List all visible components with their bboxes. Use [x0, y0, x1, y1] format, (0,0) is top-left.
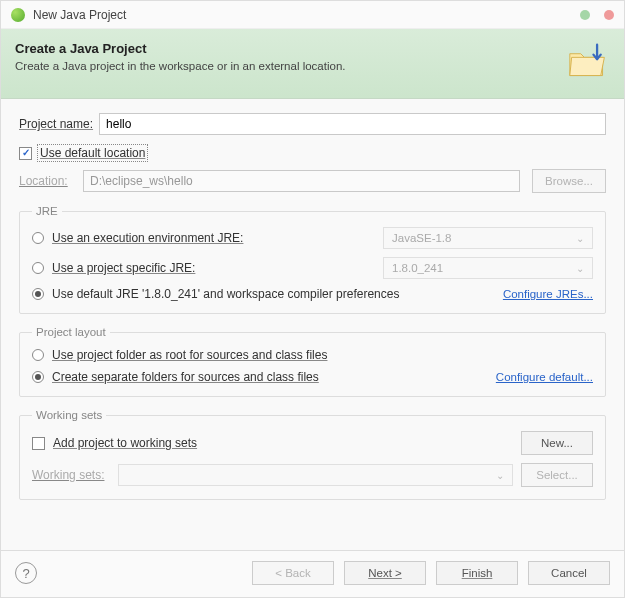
help-icon[interactable]: ?: [15, 562, 37, 584]
wizard-content: Project name: Use default location Locat…: [1, 99, 624, 550]
default-jre-label[interactable]: Use default JRE '1.8.0_241' and workspac…: [52, 287, 399, 301]
close-button[interactable]: [604, 10, 614, 20]
project-specific-radio[interactable]: [32, 262, 44, 274]
working-sets-group: Working sets Add project to working sets…: [19, 409, 606, 500]
chevron-down-icon: ⌄: [576, 263, 584, 274]
separate-folders-radio[interactable]: [32, 371, 44, 383]
add-to-working-sets-checkbox[interactable]: [32, 437, 45, 450]
jre-legend: JRE: [32, 205, 62, 217]
cancel-button[interactable]: Cancel: [528, 561, 610, 585]
app-icon: [11, 8, 25, 22]
project-layout-group: Project layout Use project folder as roo…: [19, 326, 606, 397]
root-folder-radio[interactable]: [32, 349, 44, 361]
location-input: [83, 170, 520, 192]
default-jre-radio[interactable]: [32, 288, 44, 300]
root-folder-label[interactable]: Use project folder as root for sources a…: [52, 348, 327, 362]
next-button[interactable]: Next >: [344, 561, 426, 585]
project-specific-select: 1.8.0_241 ⌄: [383, 257, 593, 279]
layout-legend: Project layout: [32, 326, 110, 338]
exec-env-label[interactable]: Use an execution environment JRE:: [52, 231, 243, 245]
add-to-working-sets-label[interactable]: Add project to working sets: [53, 436, 197, 450]
working-sets-label: Working sets:: [32, 468, 110, 482]
new-working-set-button[interactable]: New...: [521, 431, 593, 455]
chevron-down-icon: ⌄: [576, 233, 584, 244]
configure-jres-link[interactable]: Configure JREs...: [503, 288, 593, 300]
page-description: Create a Java project in the workspace o…: [15, 60, 566, 72]
browse-button: Browse...: [532, 169, 606, 193]
back-button: < Back: [252, 561, 334, 585]
wizard-header: Create a Java Project Create a Java proj…: [1, 29, 624, 99]
use-default-location-label[interactable]: Use default location: [38, 145, 147, 161]
project-specific-label[interactable]: Use a project specific JRE:: [52, 261, 195, 275]
select-working-set-button: Select...: [521, 463, 593, 487]
configure-default-link[interactable]: Configure default...: [496, 371, 593, 383]
project-name-label: Project name:: [19, 117, 93, 131]
folder-wizard-icon: [566, 41, 610, 84]
jre-group: JRE Use an execution environment JRE: Ja…: [19, 205, 606, 314]
exec-env-select: JavaSE-1.8 ⌄: [383, 227, 593, 249]
exec-env-radio[interactable]: [32, 232, 44, 244]
use-default-location-checkbox[interactable]: [19, 147, 32, 160]
titlebar: New Java Project: [1, 1, 624, 29]
page-title: Create a Java Project: [15, 41, 566, 56]
finish-button[interactable]: Finish: [436, 561, 518, 585]
window-title: New Java Project: [33, 8, 580, 22]
window-controls: [580, 10, 614, 20]
exec-env-value: JavaSE-1.8: [392, 232, 451, 244]
separate-folders-label[interactable]: Create separate folders for sources and …: [52, 370, 319, 384]
project-name-input[interactable]: [99, 113, 606, 135]
project-specific-value: 1.8.0_241: [392, 262, 443, 274]
wizard-footer: ? < Back Next > Finish Cancel: [1, 550, 624, 597]
chevron-down-icon: ⌄: [496, 470, 504, 481]
working-sets-select: ⌄: [118, 464, 513, 486]
working-sets-legend: Working sets: [32, 409, 106, 421]
minimize-button[interactable]: [580, 10, 590, 20]
location-label: Location:: [19, 174, 77, 188]
